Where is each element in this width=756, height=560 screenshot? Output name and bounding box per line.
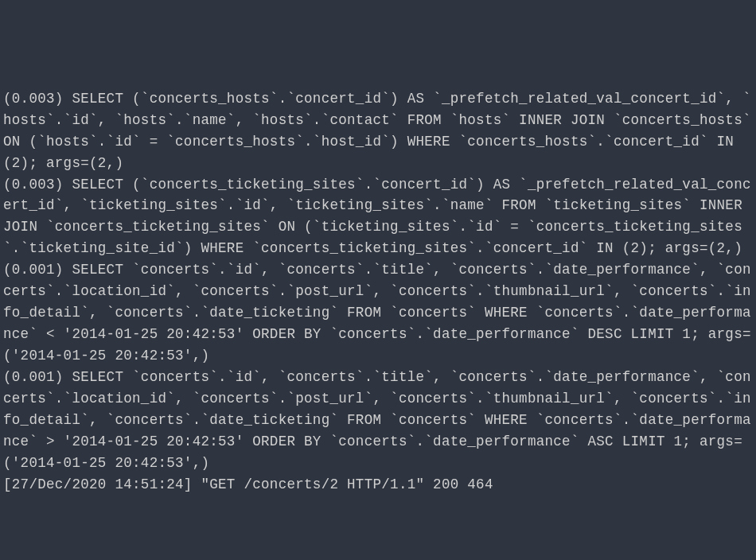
- http-log-line: [27/Dec/2020 14:51:24] "GET /concerts/2 …: [3, 476, 493, 492]
- sql-log-line: (0.001) SELECT `concerts`.`id`, `concert…: [3, 262, 751, 364]
- sql-log-line: (0.003) SELECT (`concerts_hosts`.`concer…: [3, 91, 756, 171]
- sql-log-line: (0.003) SELECT (`concerts_ticketing_site…: [3, 177, 751, 257]
- terminal-output: (0.003) SELECT (`concerts_hosts`.`concer…: [3, 88, 753, 560]
- sql-log-line: (0.001) SELECT `concerts`.`id`, `concert…: [3, 369, 751, 471]
